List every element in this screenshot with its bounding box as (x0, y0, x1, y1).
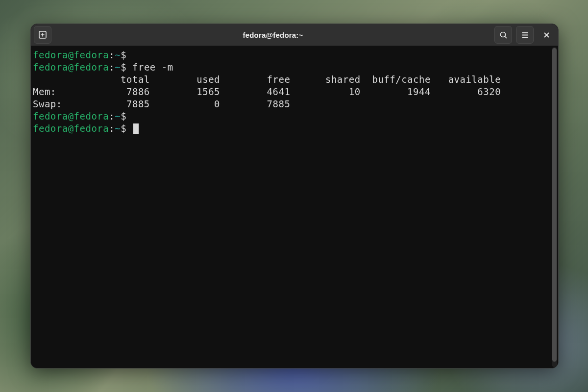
prompt-sigil: $ (121, 62, 126, 73)
scrollbar-thumb[interactable] (552, 48, 557, 362)
prompt-user: fedora@fedora (33, 123, 109, 134)
prompt-line: fedora@fedora:~$ (33, 110, 550, 122)
output-swap-row: Swap: 7885 0 7885 (33, 98, 550, 110)
terminal-window: fedora@fedora:~ (30, 24, 559, 368)
plus-box-icon (38, 30, 47, 39)
terminal-output: fedora@fedora:~$ fedora@fedora:~$ free -… (31, 46, 552, 368)
prompt-path: ~ (115, 111, 121, 122)
prompt-sep: : (109, 49, 115, 60)
prompt-path: ~ (115, 123, 121, 134)
search-icon (499, 31, 508, 39)
prompt-sigil: $ (121, 123, 126, 134)
new-tab-button[interactable] (34, 26, 51, 44)
command-text: free -m (132, 62, 173, 73)
prompt-user: fedora@fedora (33, 111, 109, 122)
output-header: total used free shared buff/cache availa… (33, 74, 550, 86)
prompt-path: ~ (115, 62, 121, 73)
terminal-body[interactable]: fedora@fedora:~$ fedora@fedora:~$ free -… (31, 46, 558, 368)
svg-point-3 (500, 32, 505, 37)
titlebar: fedora@fedora:~ (31, 24, 558, 46)
cursor-block (133, 123, 139, 134)
svg-line-4 (505, 36, 507, 38)
prompt-sigil: $ (121, 49, 126, 60)
close-icon (543, 31, 550, 39)
scrollbar[interactable] (552, 47, 557, 367)
prompt-line: fedora@fedora:~$ free -m (33, 61, 550, 74)
prompt-sigil: $ (121, 111, 126, 122)
prompt-sep: : (109, 111, 115, 122)
prompt-sep: : (109, 62, 115, 73)
prompt-user: fedora@fedora (33, 62, 109, 73)
window-title: fedora@fedora:~ (55, 31, 490, 39)
prompt-line: fedora@fedora:~$ (33, 49, 550, 61)
search-button[interactable] (494, 26, 512, 44)
prompt-line: fedora@fedora:~$ (33, 122, 550, 135)
prompt-path: ~ (115, 49, 121, 60)
close-button[interactable] (538, 26, 555, 44)
menu-button[interactable] (516, 26, 534, 44)
desktop-wallpaper: fedora@fedora:~ (0, 0, 588, 392)
prompt-sep: : (109, 123, 115, 134)
hamburger-icon (521, 31, 529, 39)
output-mem-row: Mem: 7886 1565 4641 10 1944 6320 (33, 86, 550, 98)
prompt-user: fedora@fedora (33, 49, 109, 60)
